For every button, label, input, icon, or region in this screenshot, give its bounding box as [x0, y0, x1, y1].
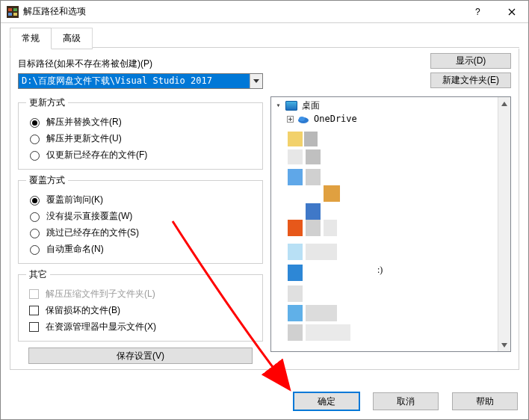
help-button[interactable]: 帮助 [452, 392, 518, 410]
radio-extract-replace[interactable] [30, 118, 40, 128]
cancel-button-label: 取消 [397, 395, 415, 408]
dest-path-value[interactable]: D:\百度网盘文件下载\Visual Studio 2017 [19, 74, 250, 88]
pixelated-tree-area: :) [288, 132, 494, 347]
opt-skip-existing[interactable]: 跳过已经存在的文件(S) [26, 224, 255, 241]
radio-overwrite-silently[interactable] [30, 212, 40, 222]
svg-rect-4 [13, 13, 17, 16]
save-settings-label: 保存设置(V) [117, 350, 164, 362]
svg-text:?: ? [475, 7, 480, 16]
opt-overwrite-silently[interactable]: 没有提示直接覆盖(W) [26, 208, 255, 224]
radio-extract-update[interactable] [30, 135, 40, 144]
expander-icon[interactable]: ▾ [274, 102, 282, 110]
opt-extract-replace[interactable]: 解压并替换文件(R) [26, 114, 255, 130]
ok-button[interactable]: 确定 [294, 392, 359, 410]
radio-freshen[interactable] [30, 151, 40, 161]
opt-keep-broken[interactable]: 保留损坏的文件(B) [26, 302, 255, 318]
tree-node-onedrive-label: OneDrive [312, 114, 359, 124]
tab-page-general: 目标路径(如果不存在将被创建)(P) D:\百度网盘文件下载\Visual St… [10, 49, 519, 370]
folder-tree[interactable]: ▾ 桌面 OneDrive [270, 96, 511, 352]
opt-freshen[interactable]: 仅更新已经存在的文件(F) [26, 146, 255, 163]
cloud-icon [297, 114, 309, 124]
checkbox-show-in-explorer[interactable] [29, 322, 39, 332]
opt-auto-rename[interactable]: 自动重命名(N) [26, 241, 255, 257]
tab-general-label: 常规 [22, 33, 40, 43]
opt-extract-to-subfolder: 解压压缩文件到子文件夹(L) [26, 285, 255, 302]
checkbox-to-subfolder [29, 289, 39, 299]
save-settings-button[interactable]: 保存设置(V) [28, 348, 253, 364]
scroll-up-button[interactable] [498, 97, 510, 110]
other-group: 其它 解压压缩文件到子文件夹(L) 保留损坏的文件(B) 在资源管理器中显示文件… [18, 268, 263, 342]
dest-path-combobox[interactable]: D:\百度网盘文件下载\Visual Studio 2017 [18, 73, 263, 89]
expander-icon[interactable] [286, 115, 294, 123]
tabs: 常规 高级 [10, 28, 519, 49]
radio-ask-before-overwrite[interactable] [30, 196, 40, 206]
close-button[interactable] [495, 1, 528, 22]
new-folder-button[interactable]: 新建文件夹(E) [430, 72, 511, 88]
opt-silent-label: 没有提示直接覆盖(W) [46, 210, 132, 223]
checkbox-keep-broken[interactable] [29, 306, 39, 315]
overwrite-mode-legend: 覆盖方式 [26, 174, 68, 187]
help-button-label: 帮助 [476, 395, 494, 408]
tree-node-desktop-label: 桌面 [300, 99, 321, 112]
cancel-button[interactable]: 取消 [373, 392, 439, 410]
svg-rect-2 [13, 8, 17, 11]
display-button[interactable]: 显示(D) [430, 53, 511, 69]
opt-explorer-label: 在资源管理器中显示文件(X) [46, 321, 156, 333]
scroll-down-button[interactable] [498, 339, 510, 351]
tree-item-partial-label: :) [377, 265, 383, 276]
new-folder-button-label: 新建文件夹(E) [442, 74, 499, 87]
app-icon [7, 6, 19, 18]
tab-advanced[interactable]: 高级 [51, 28, 93, 49]
scroll-track[interactable] [498, 110, 510, 339]
svg-rect-3 [8, 13, 12, 16]
update-mode-group: 更新方式 解压并替换文件(R) 解压并更新文件(U) 仅更新已经存在的文件(F) [18, 96, 263, 170]
svg-point-8 [299, 117, 305, 121]
tree-node-onedrive[interactable]: OneDrive [286, 112, 498, 126]
opt-skip-label: 跳过已经存在的文件(S) [46, 226, 139, 239]
radio-skip-existing[interactable] [30, 229, 40, 238]
opt-ask-before-overwrite[interactable]: 覆盖前询问(K) [26, 191, 255, 208]
opt-extract-update[interactable]: 解压并更新文件(U) [26, 130, 255, 146]
opt-ask-label: 覆盖前询问(K) [46, 194, 103, 206]
tree-scrollbar[interactable] [498, 97, 510, 351]
desktop-icon [285, 101, 297, 111]
opt-keep-broken-label: 保留损坏的文件(B) [46, 304, 120, 317]
other-legend: 其它 [26, 268, 50, 281]
tab-general[interactable]: 常规 [10, 28, 52, 49]
tab-advanced-label: 高级 [63, 33, 81, 43]
tree-node-desktop[interactable]: ▾ 桌面 [274, 99, 498, 112]
ok-button-label: 确定 [318, 395, 335, 408]
display-button-label: 显示(D) [456, 55, 486, 67]
overwrite-mode-group: 覆盖方式 覆盖前询问(K) 没有提示直接覆盖(W) 跳过已经存在的文件(S) 自… [18, 174, 263, 264]
update-mode-legend: 更新方式 [26, 96, 68, 109]
opt-extract-update-label: 解压并更新文件(U) [46, 132, 122, 145]
opt-autoname-label: 自动重命名(N) [46, 243, 104, 256]
svg-rect-1 [8, 8, 12, 11]
svg-rect-0 [7, 6, 19, 18]
title-bar: 解压路径和选项 ? [1, 1, 528, 23]
opt-freshen-label: 仅更新已经存在的文件(F) [46, 149, 147, 161]
dest-path-dropdown-button[interactable] [250, 74, 262, 88]
help-titlebar-button[interactable]: ? [461, 1, 495, 22]
opt-extract-replace-label: 解压并替换文件(R) [46, 116, 122, 129]
opt-show-in-explorer[interactable]: 在资源管理器中显示文件(X) [26, 318, 255, 335]
window-title: 解压路径和选项 [23, 5, 461, 18]
opt-subfolder-label: 解压压缩文件到子文件夹(L) [46, 288, 155, 300]
radio-auto-rename[interactable] [30, 245, 40, 255]
